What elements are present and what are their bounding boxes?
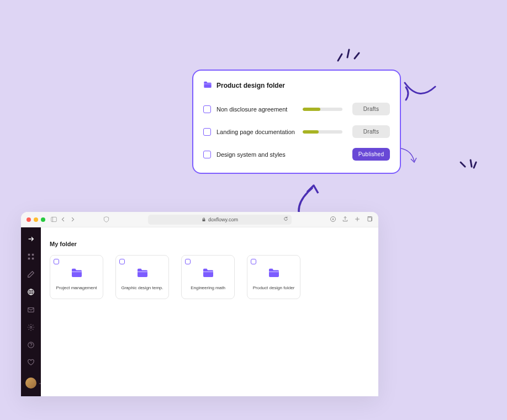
status-badge: Drafts	[352, 125, 390, 138]
folder-card[interactable]: Project management	[50, 255, 103, 299]
url-text: doxflowy.com	[208, 217, 238, 222]
close-dot[interactable]	[27, 217, 31, 222]
doc-name: Design system and styles	[216, 151, 303, 158]
svg-rect-10	[28, 254, 30, 256]
sidebar: ⌄	[21, 227, 41, 396]
tabs-icon[interactable]	[366, 215, 373, 225]
folder-label: Graphic design temp.	[121, 285, 163, 290]
section-title: My folder	[50, 241, 369, 247]
svg-line-4	[471, 160, 472, 167]
bracket-decoration	[404, 86, 411, 102]
folder-card[interactable]: Engineering math	[181, 255, 235, 299]
checkbox[interactable]	[203, 105, 211, 113]
maximize-dot[interactable]	[41, 217, 45, 222]
doc-name: Landing page documentation	[216, 129, 303, 135]
svg-line-5	[474, 162, 476, 168]
folder-label: Project management	[56, 285, 97, 290]
status-badge: Drafts	[352, 103, 390, 115]
main-content: My folder Project management Graphic des…	[41, 227, 378, 396]
checkbox[interactable]	[185, 259, 191, 264]
svg-rect-9	[368, 217, 372, 221]
svg-line-1	[347, 50, 349, 57]
status-badge: Published	[352, 148, 390, 161]
avatar[interactable]: ⌄	[25, 378, 36, 389]
checkbox[interactable]	[251, 259, 256, 264]
detail-title: Product design folder	[216, 82, 285, 89]
spark-decoration-2	[457, 157, 479, 172]
svg-rect-12	[28, 258, 30, 260]
svg-rect-13	[32, 258, 34, 260]
svg-line-3	[461, 162, 465, 167]
download-icon[interactable]	[330, 215, 336, 225]
spark-decoration	[334, 44, 361, 66]
folder-card[interactable]: Product design folder	[247, 255, 300, 299]
folder-icon	[202, 268, 214, 280]
folder-icon	[71, 268, 83, 280]
svg-point-16	[30, 326, 32, 328]
back-icon[interactable]	[60, 215, 66, 225]
folder-icon	[203, 81, 212, 91]
checkbox[interactable]	[119, 259, 125, 264]
detail-header: Product design folder	[203, 81, 390, 91]
sidebar-globe-icon[interactable]	[27, 288, 35, 296]
svg-rect-11	[32, 254, 34, 256]
checkbox[interactable]	[54, 259, 59, 264]
folder-card[interactable]: Graphic design temp.	[115, 255, 169, 299]
sidebar-mail-icon[interactable]	[27, 306, 35, 313]
url-bar[interactable]: doxflowy.com	[148, 215, 292, 225]
doc-name: Non disclosure agreement	[216, 106, 303, 113]
browser-toolbar: doxflowy.com	[21, 212, 378, 227]
sidebar-edit-icon[interactable]	[27, 270, 35, 278]
svg-line-2	[355, 53, 359, 59]
progress-bar	[303, 108, 342, 111]
sidebar-settings-icon[interactable]	[27, 323, 35, 331]
svg-rect-6	[51, 217, 57, 221]
folder-icon	[136, 268, 149, 280]
traffic-lights	[27, 217, 45, 222]
chevron-down-icon: ⌄	[38, 380, 42, 385]
progress-bar	[303, 130, 342, 134]
refresh-icon[interactable]	[283, 216, 288, 222]
svg-line-0	[338, 54, 342, 61]
new-tab-icon[interactable]	[354, 215, 361, 225]
folder-label: Product design folder	[253, 285, 295, 290]
forward-icon[interactable]	[70, 215, 76, 225]
share-icon[interactable]	[342, 215, 348, 225]
shield-icon[interactable]	[103, 215, 109, 225]
folder-grid: Project management Graphic design temp. …	[50, 255, 369, 299]
sidebar-arrow-icon[interactable]	[27, 235, 35, 243]
folder-detail-card: Product design folder Non disclosure agr…	[192, 70, 401, 174]
sidebar-heart-icon[interactable]	[27, 359, 35, 366]
sidebar-toggle-icon[interactable]	[51, 215, 57, 225]
folder-icon	[268, 268, 280, 280]
browser-window: doxflowy.com ⌄ My folder	[21, 212, 378, 396]
doc-row: Landing page documentation Drafts	[203, 125, 390, 138]
minimize-dot[interactable]	[34, 217, 38, 222]
sidebar-help-icon[interactable]	[27, 341, 35, 349]
doc-row: Design system and styles Published	[203, 148, 390, 161]
sidebar-grid-icon[interactable]	[27, 253, 35, 260]
checkbox[interactable]	[203, 151, 211, 158]
folder-label: Engineering math	[191, 285, 225, 290]
checkbox[interactable]	[203, 128, 211, 136]
doc-row: Non disclosure agreement Drafts	[203, 103, 390, 115]
